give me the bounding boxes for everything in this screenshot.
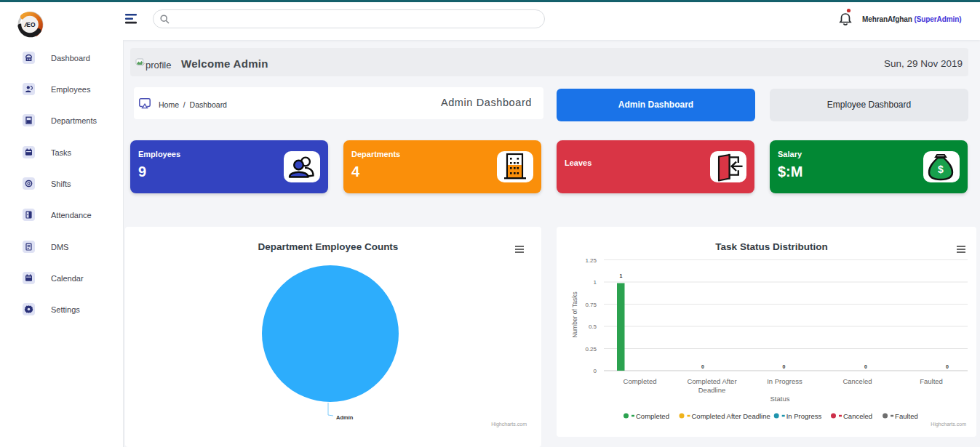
svg-text:In Progress: In Progress <box>767 377 802 385</box>
svg-text:Faulted: Faulted <box>895 412 918 420</box>
svg-text:Completed After: Completed After <box>687 377 736 385</box>
svg-text:0: 0 <box>594 368 597 374</box>
svg-text:0.25: 0.25 <box>585 346 597 353</box>
svg-text:1: 1 <box>594 279 597 286</box>
svg-text:Completed After Deadline: Completed After Deadline <box>692 412 770 420</box>
svg-text:$: $ <box>938 164 944 175</box>
svg-text:Number of Tasks: Number of Tasks <box>571 291 578 338</box>
svg-text:Completed: Completed <box>636 412 669 420</box>
svg-text:0.5: 0.5 <box>589 323 597 330</box>
svg-text:Canceled: Canceled <box>842 377 872 385</box>
svg-text:1.25: 1.25 <box>585 257 597 264</box>
svg-text:Deadline: Deadline <box>698 386 726 394</box>
svg-text:1: 1 <box>620 273 623 278</box>
svg-text:0: 0 <box>864 364 867 369</box>
svg-text:Admin: Admin <box>336 414 354 421</box>
svg-text:0.75: 0.75 <box>585 302 597 308</box>
svg-text:Status: Status <box>770 395 790 403</box>
svg-text:Canceled: Canceled <box>843 412 872 420</box>
svg-text:0: 0 <box>946 364 949 369</box>
svg-text:In Progress: In Progress <box>786 412 822 420</box>
svg-text:Faulted: Faulted <box>920 377 943 385</box>
svg-text:0: 0 <box>701 364 704 369</box>
svg-text:ÆO: ÆO <box>24 21 36 28</box>
svg-text:0: 0 <box>783 364 786 369</box>
svg-text:Completed: Completed <box>624 377 657 385</box>
